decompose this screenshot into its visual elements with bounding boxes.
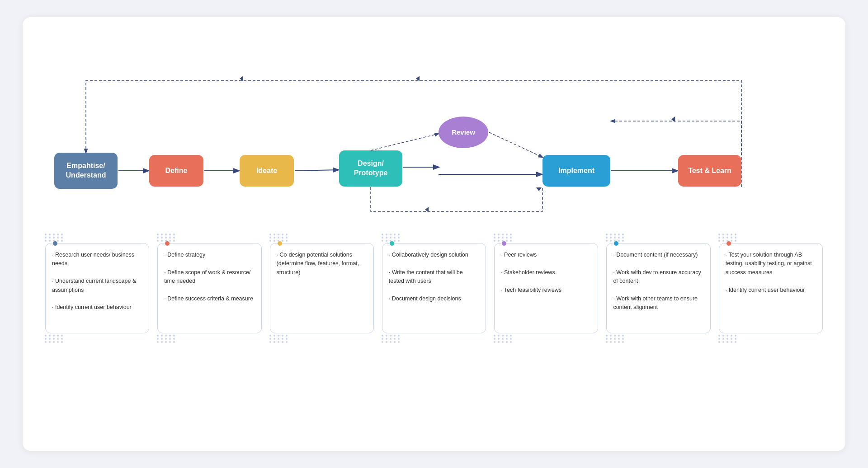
card-testlearn: · Test your solution through AB testing,… [719,243,823,333]
card-implement-text: · Document content (if necessary)· Work … [613,251,703,312]
dot-grid-implement [606,234,625,242]
dot-testlearn [726,241,731,246]
svg-marker-12 [536,187,542,191]
dot-empathise [53,241,57,246]
dot-grid-ideate [269,234,288,242]
node-testlearn: Test & Learn [678,155,741,187]
card-define: · Define strategy· Define scope of work … [157,243,261,333]
card-ideate: · Co-design potential solutions (determi… [270,243,374,333]
cards-area: · Research user needs/ business needs· U… [45,243,823,333]
card-empathise: · Research user needs/ business needs· U… [45,243,149,333]
dot-grid-bottom-design [382,335,401,343]
dot-grid-define [157,234,176,242]
node-ideate: Ideate [240,155,294,187]
card-testlearn-text: · Test your solution through AB testing,… [726,251,816,295]
card-implement: · Document content (if necessary)· Work … [606,243,710,333]
dot-implement [614,241,618,246]
dot-ideate [278,241,282,246]
dot-grid-review [494,234,513,242]
node-implement: Implement [542,155,610,187]
node-empathise: Empahtise/ Understand [54,153,118,189]
card-design-text: · Collaboratively design solution· Write… [389,251,479,303]
dot-grid-design [382,234,401,242]
card-review-text: · Peer reviews· Stakeholder reviews· Tec… [501,251,591,295]
main-card: Empahtise/ Understand Define Ideate Desi… [23,17,845,451]
dot-grid-testlearn [718,234,737,242]
svg-line-2 [295,170,338,171]
card-review: · Peer reviews· Stakeholder reviews· Tec… [494,243,598,333]
svg-line-7 [489,132,542,157]
dot-design [390,241,394,246]
dot-grid-bottom-define [157,335,176,343]
node-design: Design/Prototype [339,150,402,187]
dot-grid-bottom-testlearn [718,335,737,343]
dot-review [502,241,506,246]
node-review: Review [439,117,488,148]
dot-define [165,241,170,246]
card-define-text: · Define strategy· Define scope of work … [164,251,255,303]
card-ideate-text: · Co-design potential solutions (determi… [277,251,367,277]
card-design: · Collaboratively design solution· Write… [382,243,486,333]
node-define: Define [149,155,203,187]
card-empathise-text: · Research user needs/ business needs· U… [52,251,142,312]
flow-arrows [45,35,823,229]
flow-diagram: Empahtise/ Understand Define Ideate Desi… [45,35,823,229]
svg-line-6 [371,134,439,150]
svg-marker-10 [671,117,675,122]
dot-grid-empathise [45,234,64,242]
dot-grid-bottom-ideate [269,335,288,343]
dot-grid-bottom-review [494,335,513,343]
dot-grid-bottom-empathise [45,335,64,343]
dot-grid-bottom-implement [606,335,625,343]
